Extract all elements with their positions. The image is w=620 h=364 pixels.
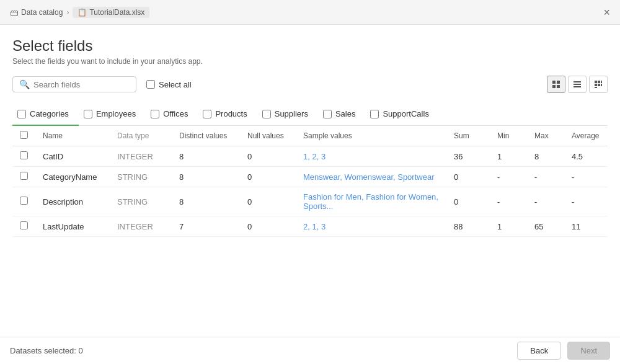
row-min: - xyxy=(490,167,527,187)
row-checkbox-cell xyxy=(12,146,35,167)
tab-categories-checkbox[interactable] xyxy=(17,110,26,118)
row-sample: 2, 1, 3 xyxy=(296,216,446,237)
view-icons xyxy=(547,76,608,93)
row-null: 0 xyxy=(240,187,296,216)
close-button[interactable]: × xyxy=(603,7,610,18)
row-sample: 1, 2, 3 xyxy=(296,146,446,167)
row-null: 0 xyxy=(240,216,296,237)
tab-sales-checkbox[interactable] xyxy=(323,110,332,118)
tab-categories-label: Categories xyxy=(30,109,69,118)
breadcrumb-root-item: 🗃 Data catalog xyxy=(10,7,63,17)
row-distinct: 7 xyxy=(172,216,240,237)
select-all-checkbox[interactable] xyxy=(146,80,155,89)
svg-rect-7 xyxy=(595,81,597,83)
svg-rect-10 xyxy=(598,81,600,83)
col-header-avg: Average xyxy=(564,126,608,146)
row-name: CategoryName xyxy=(35,167,110,187)
select-all-rows-checkbox[interactable] xyxy=(20,131,28,139)
col-header-name: Name xyxy=(35,126,110,146)
row-avg: - xyxy=(564,187,608,216)
tab-supportcalls[interactable]: SupportCalls xyxy=(365,103,438,126)
next-button[interactable]: Next xyxy=(567,342,610,360)
breadcrumb-root-label: Data catalog xyxy=(21,8,63,17)
tab-employees-label: Employees xyxy=(96,109,136,118)
row-sample: Menswear, Womenswear, Sportwear xyxy=(296,167,446,187)
list-view-button[interactable] xyxy=(568,76,587,93)
svg-rect-9 xyxy=(595,87,597,88)
svg-rect-0 xyxy=(552,81,556,84)
row-distinct: 8 xyxy=(172,146,240,167)
tab-suppliers-checkbox[interactable] xyxy=(262,110,271,118)
tab-supportcalls-checkbox[interactable] xyxy=(370,110,379,118)
breadcrumb-file-label: TutorialData.xlsx xyxy=(89,8,144,17)
svg-rect-5 xyxy=(574,84,581,85)
svg-rect-3 xyxy=(557,85,560,88)
row-name: CatID xyxy=(35,146,110,167)
detail-view-button[interactable] xyxy=(589,76,608,93)
row-max: 8 xyxy=(527,146,564,167)
tab-products[interactable]: Products xyxy=(198,103,257,126)
page-title: Select fields xyxy=(12,37,608,55)
row-checkbox-2[interactable] xyxy=(20,197,28,205)
search-input[interactable] xyxy=(33,80,126,89)
list-icon xyxy=(573,80,582,89)
row-min: 1 xyxy=(490,146,527,167)
tab-sales-label: Sales xyxy=(335,109,356,118)
tab-products-checkbox[interactable] xyxy=(203,110,211,118)
col-header-sum: Sum xyxy=(446,126,490,146)
tab-categories[interactable]: Categories xyxy=(12,103,79,126)
col-header-min: Min xyxy=(490,126,527,146)
row-datatype: STRING xyxy=(110,187,172,216)
row-min: 1 xyxy=(490,216,527,237)
row-name: LastUpdate xyxy=(35,216,110,237)
footer: Datasets selected: 0 Back Next xyxy=(0,337,620,364)
tab-offices-checkbox[interactable] xyxy=(151,110,159,118)
breadcrumb: 🗃 Data catalog › 📋 TutorialData.xlsx xyxy=(10,7,149,18)
row-checkbox-cell xyxy=(12,167,35,187)
search-icon: 🔍 xyxy=(19,79,30,89)
grid-icon xyxy=(552,80,560,89)
col-header-datatype: Data type xyxy=(110,126,172,146)
tab-suppliers[interactable]: Suppliers xyxy=(257,103,318,126)
tabs-row: Categories Employees Offices Products Su… xyxy=(12,103,608,126)
svg-rect-2 xyxy=(552,85,556,88)
table-container: Name Data type Distinct values Null valu… xyxy=(12,126,608,337)
svg-rect-12 xyxy=(601,81,602,83)
col-header-check xyxy=(12,126,35,146)
row-datatype: INTEGER xyxy=(110,216,172,237)
row-name: Description xyxy=(35,187,110,216)
row-checkbox-0[interactable] xyxy=(20,151,28,159)
table-row: Description STRING 8 0 Fashion for Men, … xyxy=(12,187,608,216)
datasets-count: Datasets selected: 0 xyxy=(10,346,83,355)
row-max: - xyxy=(527,167,564,187)
row-max: 65 xyxy=(527,216,564,237)
tab-offices[interactable]: Offices xyxy=(146,103,198,126)
row-null: 0 xyxy=(240,146,296,167)
row-checkbox-3[interactable] xyxy=(20,221,28,229)
row-distinct: 8 xyxy=(172,167,240,187)
col-header-max: Max xyxy=(527,126,564,146)
row-sum: 0 xyxy=(446,187,490,216)
tab-sales[interactable]: Sales xyxy=(318,103,366,126)
back-button[interactable]: Back xyxy=(517,342,561,360)
search-box: 🔍 xyxy=(12,76,136,92)
tab-supportcalls-label: SupportCalls xyxy=(383,109,428,118)
grid-view-button[interactable] xyxy=(547,76,565,93)
row-datatype: INTEGER xyxy=(110,146,172,167)
row-checkbox-1[interactable] xyxy=(20,172,28,180)
tab-employees-checkbox[interactable] xyxy=(84,110,92,118)
main-content: Select fields Select the fields you want… xyxy=(0,25,620,337)
table-header-row: Name Data type Distinct values Null valu… xyxy=(12,126,608,146)
tab-products-label: Products xyxy=(215,109,247,118)
row-checkbox-cell xyxy=(12,187,35,216)
tab-offices-label: Offices xyxy=(163,109,188,118)
search-row: 🔍 Select all xyxy=(12,76,608,93)
tab-employees[interactable]: Employees xyxy=(79,103,146,126)
page-subtitle: Select the fields you want to include in… xyxy=(12,57,608,66)
row-datatype: STRING xyxy=(110,167,172,187)
row-distinct: 8 xyxy=(172,187,240,216)
row-avg: - xyxy=(564,167,608,187)
row-sum: 0 xyxy=(446,167,490,187)
select-all-label[interactable]: Select all xyxy=(146,80,192,89)
tab-suppliers-label: Suppliers xyxy=(275,109,308,118)
